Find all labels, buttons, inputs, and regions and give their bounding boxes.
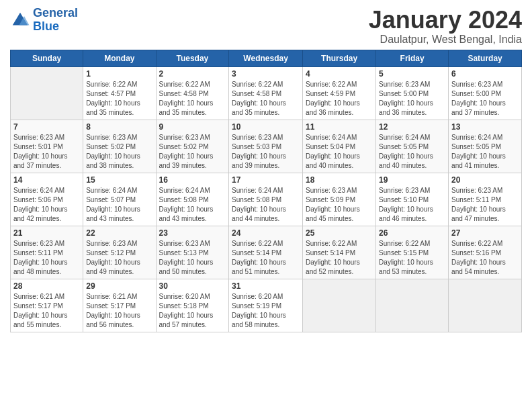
logo: General Blue <box>10 7 78 34</box>
day-info: Sunrise: 6:21 AM Sunset: 5:17 PM Dayligh… <box>86 292 152 330</box>
calendar-cell <box>303 279 376 332</box>
day-info: Sunrise: 6:24 AM Sunset: 5:08 PM Dayligh… <box>232 186 300 224</box>
day-info: Sunrise: 6:23 AM Sunset: 5:02 PM Dayligh… <box>86 133 152 171</box>
calendar-cell: 28Sunrise: 6:21 AM Sunset: 5:17 PM Dayli… <box>11 279 83 332</box>
calendar-cell: 8Sunrise: 6:23 AM Sunset: 5:02 PM Daylig… <box>83 120 156 173</box>
week-row-5: 28Sunrise: 6:21 AM Sunset: 5:17 PM Dayli… <box>11 279 522 332</box>
day-info: Sunrise: 6:23 AM Sunset: 5:13 PM Dayligh… <box>159 239 226 277</box>
day-number: 4 <box>306 69 373 79</box>
calendar-cell <box>449 279 522 332</box>
day-number: 6 <box>451 69 519 79</box>
day-number: 25 <box>306 228 373 238</box>
day-number: 15 <box>86 175 152 185</box>
calendar-cell: 7Sunrise: 6:23 AM Sunset: 5:01 PM Daylig… <box>11 120 83 173</box>
day-number: 7 <box>13 122 80 132</box>
day-info: Sunrise: 6:23 AM Sunset: 5:01 PM Dayligh… <box>13 133 80 171</box>
day-info: Sunrise: 6:22 AM Sunset: 5:15 PM Dayligh… <box>379 239 445 277</box>
day-number: 17 <box>232 175 300 185</box>
calendar-cell: 3Sunrise: 6:22 AM Sunset: 4:58 PM Daylig… <box>229 66 303 120</box>
day-number: 31 <box>232 281 300 291</box>
calendar-cell: 1Sunrise: 6:22 AM Sunset: 4:57 PM Daylig… <box>83 66 156 120</box>
day-number: 29 <box>86 281 152 291</box>
calendar-table: SundayMondayTuesdayWednesdayThursdayFrid… <box>10 50 522 332</box>
calendar-cell: 5Sunrise: 6:23 AM Sunset: 5:00 PM Daylig… <box>376 66 449 120</box>
day-number: 21 <box>13 228 80 238</box>
day-info: Sunrise: 6:23 AM Sunset: 5:02 PM Dayligh… <box>159 133 226 171</box>
location-subtitle: Daulatpur, West Bengal, India <box>369 34 522 46</box>
day-info: Sunrise: 6:22 AM Sunset: 5:16 PM Dayligh… <box>451 239 519 277</box>
day-info: Sunrise: 6:24 AM Sunset: 5:08 PM Dayligh… <box>159 186 226 224</box>
day-info: Sunrise: 6:22 AM Sunset: 4:58 PM Dayligh… <box>159 80 226 118</box>
day-info: Sunrise: 6:23 AM Sunset: 5:11 PM Dayligh… <box>13 239 80 277</box>
day-number: 24 <box>232 228 300 238</box>
day-header-saturday: Saturday <box>449 50 522 66</box>
day-number: 13 <box>451 122 519 132</box>
day-info: Sunrise: 6:22 AM Sunset: 5:14 PM Dayligh… <box>306 239 373 277</box>
calendar-cell: 19Sunrise: 6:23 AM Sunset: 5:10 PM Dayli… <box>376 173 449 226</box>
day-number: 16 <box>159 175 226 185</box>
day-number: 9 <box>159 122 226 132</box>
calendar-cell: 17Sunrise: 6:24 AM Sunset: 5:08 PM Dayli… <box>229 173 303 226</box>
day-number: 19 <box>379 175 445 185</box>
day-header-wednesday: Wednesday <box>229 50 303 66</box>
day-info: Sunrise: 6:24 AM Sunset: 5:07 PM Dayligh… <box>86 186 152 224</box>
day-info: Sunrise: 6:22 AM Sunset: 4:57 PM Dayligh… <box>86 80 152 118</box>
calendar-cell: 9Sunrise: 6:23 AM Sunset: 5:02 PM Daylig… <box>156 120 229 173</box>
day-info: Sunrise: 6:22 AM Sunset: 5:14 PM Dayligh… <box>232 239 300 277</box>
calendar-cell <box>11 66 83 120</box>
calendar-header-row: SundayMondayTuesdayWednesdayThursdayFrid… <box>11 50 522 66</box>
calendar-cell: 2Sunrise: 6:22 AM Sunset: 4:58 PM Daylig… <box>156 66 229 120</box>
calendar-cell: 10Sunrise: 6:23 AM Sunset: 5:03 PM Dayli… <box>229 120 303 173</box>
day-info: Sunrise: 6:20 AM Sunset: 5:19 PM Dayligh… <box>232 292 300 330</box>
day-info: Sunrise: 6:24 AM Sunset: 5:05 PM Dayligh… <box>379 133 445 171</box>
day-info: Sunrise: 6:23 AM Sunset: 5:11 PM Dayligh… <box>451 186 519 224</box>
day-info: Sunrise: 6:22 AM Sunset: 4:59 PM Dayligh… <box>306 80 373 118</box>
day-number: 5 <box>379 69 445 79</box>
calendar-cell: 30Sunrise: 6:20 AM Sunset: 5:18 PM Dayli… <box>156 279 229 332</box>
calendar-cell: 29Sunrise: 6:21 AM Sunset: 5:17 PM Dayli… <box>83 279 156 332</box>
day-header-sunday: Sunday <box>11 50 83 66</box>
calendar-cell: 25Sunrise: 6:22 AM Sunset: 5:14 PM Dayli… <box>303 226 376 279</box>
calendar-cell <box>376 279 449 332</box>
calendar-cell: 26Sunrise: 6:22 AM Sunset: 5:15 PM Dayli… <box>376 226 449 279</box>
day-info: Sunrise: 6:20 AM Sunset: 5:18 PM Dayligh… <box>159 292 226 330</box>
day-number: 22 <box>86 228 152 238</box>
calendar-cell: 20Sunrise: 6:23 AM Sunset: 5:11 PM Dayli… <box>449 173 522 226</box>
day-number: 8 <box>86 122 152 132</box>
day-number: 18 <box>306 175 373 185</box>
day-number: 2 <box>159 69 226 79</box>
calendar-cell: 22Sunrise: 6:23 AM Sunset: 5:12 PM Dayli… <box>83 226 156 279</box>
day-number: 14 <box>13 175 80 185</box>
day-info: Sunrise: 6:23 AM Sunset: 5:09 PM Dayligh… <box>306 186 373 224</box>
day-number: 20 <box>451 175 519 185</box>
week-row-3: 14Sunrise: 6:24 AM Sunset: 5:06 PM Dayli… <box>11 173 522 226</box>
calendar-cell: 18Sunrise: 6:23 AM Sunset: 5:09 PM Dayli… <box>303 173 376 226</box>
day-number: 10 <box>232 122 300 132</box>
month-title: January 2024 <box>369 7 522 34</box>
day-header-friday: Friday <box>376 50 449 66</box>
calendar-cell: 16Sunrise: 6:24 AM Sunset: 5:08 PM Dayli… <box>156 173 229 226</box>
logo-text: General Blue <box>33 7 78 34</box>
day-info: Sunrise: 6:24 AM Sunset: 5:04 PM Dayligh… <box>306 133 373 171</box>
calendar-cell: 15Sunrise: 6:24 AM Sunset: 5:07 PM Dayli… <box>83 173 156 226</box>
day-header-thursday: Thursday <box>303 50 376 66</box>
week-row-2: 7Sunrise: 6:23 AM Sunset: 5:01 PM Daylig… <box>11 120 522 173</box>
day-info: Sunrise: 6:23 AM Sunset: 5:12 PM Dayligh… <box>86 239 152 277</box>
day-number: 26 <box>379 228 445 238</box>
calendar-cell: 6Sunrise: 6:23 AM Sunset: 5:00 PM Daylig… <box>449 66 522 120</box>
day-info: Sunrise: 6:24 AM Sunset: 5:05 PM Dayligh… <box>451 133 519 171</box>
day-info: Sunrise: 6:23 AM Sunset: 5:00 PM Dayligh… <box>379 80 445 118</box>
calendar-cell: 14Sunrise: 6:24 AM Sunset: 5:06 PM Dayli… <box>11 173 83 226</box>
day-number: 12 <box>379 122 445 132</box>
day-number: 1 <box>86 69 152 79</box>
main-container: General Blue January 2024 Daulatpur, Wes… <box>0 0 532 339</box>
day-number: 3 <box>232 69 300 79</box>
day-info: Sunrise: 6:24 AM Sunset: 5:06 PM Dayligh… <box>13 186 80 224</box>
day-info: Sunrise: 6:22 AM Sunset: 4:58 PM Dayligh… <box>232 80 300 118</box>
day-number: 11 <box>306 122 373 132</box>
logo-icon <box>10 10 30 30</box>
day-header-monday: Monday <box>83 50 156 66</box>
day-number: 30 <box>159 281 226 291</box>
calendar-cell: 4Sunrise: 6:22 AM Sunset: 4:59 PM Daylig… <box>303 66 376 120</box>
calendar-cell: 27Sunrise: 6:22 AM Sunset: 5:16 PM Dayli… <box>449 226 522 279</box>
